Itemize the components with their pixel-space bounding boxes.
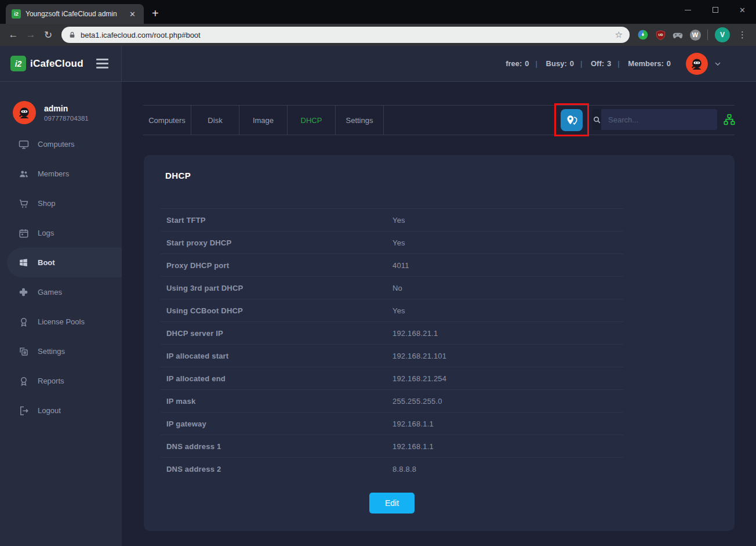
table-row-proxy-dhcp-port: Proxy DHCP port 4011 xyxy=(161,254,623,276)
gamepad-extension-icon[interactable] xyxy=(669,29,686,41)
svg-text:UD: UD xyxy=(658,33,663,37)
row-label: IP allocated start xyxy=(161,352,392,360)
download-manager-extension-icon[interactable] xyxy=(634,29,652,41)
medal-icon xyxy=(19,317,29,327)
row-label: Start TFTP xyxy=(161,216,392,225)
row-value: 192.168.1.1 xyxy=(392,442,434,451)
sidebar-item-logs[interactable]: Logs xyxy=(0,218,122,248)
hamburger-menu-icon[interactable] xyxy=(94,56,111,71)
forward-button[interactable]: → xyxy=(22,29,39,41)
row-label: DHCP server IP xyxy=(161,329,392,338)
sitemap-icon xyxy=(724,114,735,125)
sidebar-item-members[interactable]: Members xyxy=(0,159,122,189)
url-bar[interactable]: beta1.icafecloud.com/root.php#boot ☆ xyxy=(61,27,630,43)
maximize-icon xyxy=(713,7,718,13)
table-row-dhcp-server-ip: DHCP server IP 192.168.21.1 xyxy=(161,321,623,344)
header-bar: free:0 Busy:0 Off:3 Members:0 xyxy=(122,46,756,81)
layers-icon xyxy=(19,346,29,357)
ninja-avatar-icon xyxy=(690,57,704,71)
sidebar-item-settings[interactable]: Settings xyxy=(0,337,122,366)
minimize-button[interactable] xyxy=(674,0,702,20)
header-stat-off: Off:3 xyxy=(574,59,611,68)
row-label: DNS address 2 xyxy=(161,465,392,473)
row-value: 8.8.8.8 xyxy=(392,465,416,473)
sidebar-item-license-pools[interactable]: License Pools xyxy=(0,307,122,337)
tab-dhcp[interactable]: DHCP xyxy=(288,106,336,135)
table-row-dns-address-1: DNS address 1 192.168.1.1 xyxy=(161,435,623,457)
shield-extension-icon[interactable]: UD xyxy=(652,30,669,41)
logo-zone: i2 iCafeCloud xyxy=(0,46,122,81)
tab-settings[interactable]: Settings xyxy=(336,106,384,135)
network-sitemap-button[interactable] xyxy=(719,109,740,130)
location-pin-button[interactable] xyxy=(561,109,583,131)
browser-tabstrip: i2 Youngzsoft iCafeCloud admin ✕ + ✕ xyxy=(0,0,756,24)
w-extension-icon[interactable]: W xyxy=(686,30,704,41)
row-value: Yes xyxy=(392,306,405,315)
header-user-avatar[interactable] xyxy=(686,53,708,75)
search-input[interactable] xyxy=(601,109,717,130)
sidebar-item-shop[interactable]: Shop xyxy=(0,189,122,218)
search-box xyxy=(593,109,706,130)
header-stat-busy: Busy:0 xyxy=(529,59,574,68)
tab-image[interactable]: Image xyxy=(239,106,288,135)
sidebar-item-reports[interactable]: Reports xyxy=(0,366,122,396)
table-row-ip-mask: IP mask 255.255.255.0 xyxy=(161,389,623,412)
browser-tab[interactable]: i2 Youngzsoft iCafeCloud admin ✕ xyxy=(6,4,144,24)
new-tab-button[interactable]: + xyxy=(152,7,159,20)
row-label: Using 3rd part DHCP xyxy=(161,284,392,292)
row-label: DNS address 1 xyxy=(161,442,392,451)
edit-button-row: Edit xyxy=(161,493,623,514)
row-value: 192.168.21.1 xyxy=(392,329,438,338)
brand-name: iCafeCloud xyxy=(30,58,94,70)
sidebar-item-games[interactable]: Games xyxy=(0,277,122,307)
toolbar-separator xyxy=(707,30,708,40)
close-button[interactable]: ✕ xyxy=(729,0,756,20)
close-icon: ✕ xyxy=(739,6,746,15)
favicon: i2 xyxy=(12,9,21,19)
logout-icon xyxy=(19,406,29,416)
search-icon-cell xyxy=(593,109,601,130)
browser-profile-avatar[interactable]: V xyxy=(715,27,730,42)
chevron-down-icon[interactable] xyxy=(713,59,722,68)
row-value: Yes xyxy=(392,238,405,247)
sidebar-item-computers[interactable]: Computers xyxy=(0,129,122,159)
header-stat-members: Members:0 xyxy=(611,59,671,68)
maximize-button[interactable] xyxy=(702,0,729,20)
window-controls: ✕ xyxy=(674,0,756,20)
tab-close-icon[interactable]: ✕ xyxy=(127,10,138,19)
calendar-icon xyxy=(19,228,29,238)
dhcp-card: DHCP Start TFTP Yes Start proxy DHCP Yes… xyxy=(144,155,735,531)
search-icon xyxy=(593,115,601,124)
browser-menu-icon[interactable]: ⋮ xyxy=(738,30,747,40)
table-row-start-tftp: Start TFTP Yes xyxy=(161,208,623,231)
sidebar-user-block: admin 097778704381 xyxy=(0,82,122,129)
reload-button[interactable]: ↻ xyxy=(39,29,57,41)
bookmark-star-icon[interactable]: ☆ xyxy=(615,30,623,40)
row-value: 192.168.1.1 xyxy=(392,420,434,428)
back-button[interactable]: ← xyxy=(5,29,22,41)
sidebar-item-boot[interactable]: Boot xyxy=(7,248,122,277)
app-header: i2 iCafeCloud free:0 Busy:0 Off:3 Member… xyxy=(0,46,756,82)
table-row-dns-address-2: DNS address 2 8.8.8.8 xyxy=(161,457,623,480)
row-label: IP gateway xyxy=(161,420,392,428)
row-value: 192.168.21.101 xyxy=(392,352,446,360)
user-name: admin xyxy=(44,104,89,113)
medal-icon xyxy=(19,376,29,386)
row-value: Yes xyxy=(392,216,405,225)
cart-icon xyxy=(19,198,29,209)
row-value: 4011 xyxy=(392,261,409,270)
tab-disk[interactable]: Disk xyxy=(191,106,239,135)
lock-icon xyxy=(68,31,76,39)
edit-button[interactable]: Edit xyxy=(369,493,415,514)
sidebar-user-avatar xyxy=(13,101,36,124)
dhcp-table: Start TFTP Yes Start proxy DHCP Yes Prox… xyxy=(161,208,623,480)
tab-computers[interactable]: Computers xyxy=(143,106,191,135)
windows-icon xyxy=(19,258,29,268)
url-text: beta1.icafecloud.com/root.php#boot xyxy=(81,31,610,39)
gamepad-icon xyxy=(19,287,29,298)
table-row-start-proxy-dhcp: Start proxy DHCP Yes xyxy=(161,231,623,254)
card-title: DHCP xyxy=(165,171,191,180)
app-page: i2 iCafeCloud free:0 Busy:0 Off:3 Member… xyxy=(0,46,756,546)
sidebar-item-logout[interactable]: Logout xyxy=(0,396,122,425)
table-row-using-ccboot-dhcp: Using CCBoot DHCP Yes xyxy=(161,299,623,321)
